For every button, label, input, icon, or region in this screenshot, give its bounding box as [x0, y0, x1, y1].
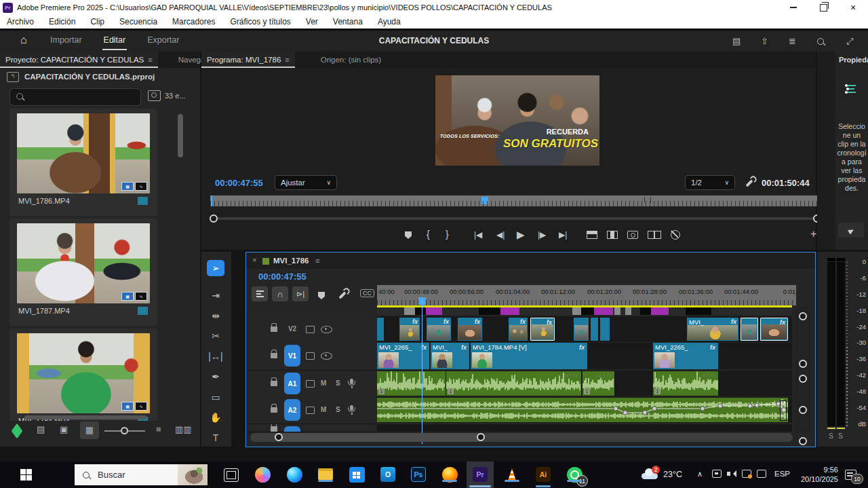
track-scroll-dot[interactable] — [799, 406, 807, 414]
slip-tool[interactable]: |↔| — [207, 348, 224, 364]
timeline-clip[interactable]: MVI_fx — [687, 318, 738, 341]
pen-tool[interactable]: ✒ — [207, 369, 224, 385]
sort-icon[interactable]: ≡ — [156, 424, 161, 434]
linked-selection-icon[interactable]: ⊳| — [292, 286, 309, 301]
timeline-tab[interactable]: MVI_1786 — [273, 257, 309, 265]
close-button[interactable]: × — [838, 0, 868, 15]
mute-button[interactable]: M — [321, 379, 326, 387]
timeline-marker-icon[interactable] — [318, 290, 325, 302]
selection-tool[interactable]: ➢ — [207, 260, 224, 276]
track-a1[interactable]: 11◄) fx1◄) fx1◄) fx — [377, 371, 792, 396]
home-icon[interactable]: ⌂ — [20, 34, 27, 46]
tray-snip-icon[interactable] — [742, 470, 751, 478]
track-scroll-dot[interactable] — [799, 360, 807, 368]
audio-clip[interactable]: 1 — [377, 371, 446, 396]
timeline-clip[interactable] — [600, 318, 610, 341]
track-header-a1[interactable]: A1MS — [248, 371, 376, 398]
timeline-horizontal-scrollbar[interactable] — [250, 433, 793, 442]
notification-icon[interactable]: 10 — [845, 470, 856, 480]
tray-speaker-icon[interactable] — [727, 470, 736, 478]
export-frame-icon[interactable] — [627, 231, 638, 239]
captions-icon[interactable]: CC — [360, 289, 374, 297]
folder-up-icon[interactable]: ↰ — [7, 72, 19, 82]
vlc-icon[interactable] — [505, 467, 520, 483]
timeline-ruler[interactable]: 40:0000:00:48:0000:00:56:0000:01:04:0000… — [377, 285, 796, 305]
timeline-clip[interactable]: MVI_fx — [431, 343, 469, 369]
timeline-clip[interactable] — [591, 318, 598, 341]
track-target-a1[interactable]: A1 — [284, 373, 300, 394]
track-v1[interactable]: MVI_2265_fxMVI_fxMVI_1784.MP4 [V]fxMVI_2… — [377, 343, 792, 369]
go-to-in-icon[interactable]: |◀ — [474, 230, 482, 240]
workspace-tab-exportar[interactable]: Exportar — [146, 31, 180, 49]
timeline-clip[interactable]: fx — [427, 318, 451, 341]
fit-dropdown[interactable]: Ajustar∨ — [275, 175, 337, 190]
menu-archivo[interactable]: Archivo — [7, 17, 34, 26]
whatsapp-icon[interactable]: 11 — [567, 467, 583, 483]
tab-properties[interactable]: Propiedades — [839, 56, 868, 64]
columns-icon[interactable]: ▥▥ — [175, 424, 192, 434]
timeline-wrench-icon[interactable] — [341, 290, 344, 302]
program-video-frame[interactable]: TODOS LOS SERVICIOS: RECUERDA SON GRATUI… — [435, 75, 599, 166]
track-target-v1[interactable]: V1 — [284, 345, 300, 367]
panel-menu-icon[interactable]: ≡ — [148, 56, 152, 64]
program-timecode[interactable]: 00:00:47:55 — [215, 178, 263, 188]
search-input[interactable] — [9, 88, 141, 106]
settings-wrench-icon[interactable] — [748, 178, 751, 190]
taskbar-search[interactable]: Buscar — [75, 464, 208, 485]
clip-thumbnail[interactable]: ▦∿ — [17, 333, 150, 413]
timeline-clip[interactable]: fx — [760, 318, 788, 341]
menu-ventana[interactable]: Ventana — [333, 17, 363, 26]
premiere-icon[interactable]: Pr — [473, 467, 488, 482]
timeline-clip[interactable]: fx — [458, 318, 482, 341]
snap-magnet-icon[interactable]: ∩ — [272, 286, 288, 301]
edge-icon[interactable] — [287, 467, 302, 483]
rectangle-tool[interactable]: ▭ — [207, 389, 224, 405]
quick-export-icon[interactable]: ⇧ — [761, 36, 768, 46]
track-scroll-dot[interactable] — [799, 437, 807, 445]
solo-right[interactable]: S — [838, 432, 843, 440]
list-view-icon[interactable]: ▤ — [37, 424, 45, 434]
timeline-timecode[interactable]: 00:00:47:55 — [258, 271, 307, 282]
properties-toolbar-button[interactable]: ▶ — [838, 223, 864, 238]
menu-gr-ficos-y-t-tulos[interactable]: Gráficos y títulos — [230, 17, 290, 26]
language-indicator[interactable]: ESP — [774, 470, 790, 478]
tab-project[interactable]: Proyecto: CAPACITACIÓN Y CEDULAS≡ — [0, 52, 158, 68]
copilot-icon[interactable] — [255, 467, 271, 483]
workspace-tab-editar[interactable]: Editar — [102, 31, 127, 50]
step-back-icon[interactable]: ◀| — [496, 230, 505, 240]
timeline-clip[interactable]: fx — [530, 318, 555, 341]
track-scroll-dot[interactable] — [799, 312, 807, 320]
timeline-clip[interactable] — [574, 318, 589, 341]
start-button[interactable] — [20, 469, 32, 481]
timeline-clip[interactable]: MVI_1784.MP4 [V]fx — [471, 343, 587, 369]
multi-camera-icon[interactable] — [671, 230, 680, 240]
playback-resolution-dropdown[interactable]: 1/2∨ — [685, 175, 735, 190]
project-clip-card[interactable]: ▦∿MVI_1784.MP4 — [9, 329, 157, 421]
program-playhead[interactable] — [481, 197, 488, 204]
track-scroll-dot[interactable] — [799, 375, 807, 383]
play-icon[interactable]: ▶ — [517, 229, 525, 241]
solo-left[interactable]: S — [829, 432, 833, 440]
mark-in-icon[interactable]: { — [427, 229, 430, 240]
menu-ver[interactable]: Ver — [306, 17, 318, 26]
icon-view-button[interactable]: ▦ — [80, 421, 99, 439]
lift-icon[interactable] — [587, 231, 597, 239]
ripple-edit-tool[interactable]: ⇹ — [207, 307, 224, 324]
menu-ayuda[interactable]: Ayuda — [378, 17, 401, 26]
clip-name[interactable]: MVI_1786.MP4 — [18, 197, 70, 205]
track-v2[interactable]: fxfxfxfxfxMVI_fxfx — [377, 316, 792, 342]
track-a3-partial[interactable] — [377, 424, 792, 432]
photoshop-icon[interactable]: Ps — [411, 467, 426, 482]
weather-icon[interactable]: 2 — [642, 470, 658, 479]
menu-secuencia[interactable]: Secuencia — [119, 17, 157, 26]
type-tool[interactable]: T — [207, 430, 224, 446]
menu-marcadores[interactable]: Marcadores — [172, 17, 215, 26]
illustrator-icon[interactable]: Ai — [536, 467, 551, 482]
close-tab-icon[interactable]: × — [252, 256, 256, 264]
panel-menu-icon[interactable]: ≡ — [315, 257, 319, 265]
audio-clip[interactable]: 1◄) fx — [583, 371, 614, 396]
timeline-clip[interactable] — [377, 318, 384, 341]
extract-icon[interactable] — [607, 231, 618, 239]
project-horizontal-scrollbar[interactable] — [24, 415, 146, 419]
workspace-panel-icon[interactable]: ▤ — [732, 36, 741, 46]
